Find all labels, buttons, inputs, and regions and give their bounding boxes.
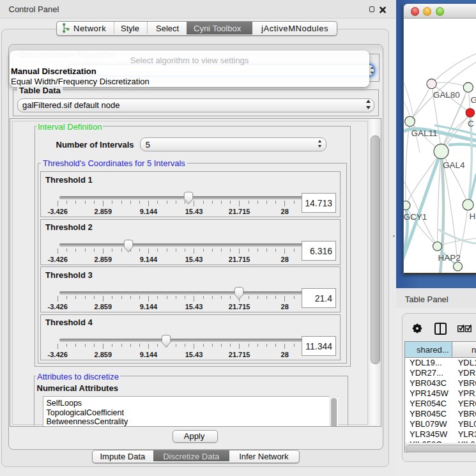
- svg-text:C: C: [468, 119, 474, 128]
- svg-text:HAP2: HAP2: [438, 252, 460, 262]
- svg-text:H: H: [469, 211, 475, 220]
- svg-text:GAL11: GAL11: [411, 128, 437, 138]
- svg-text:GA: GA: [470, 95, 476, 104]
- svg-text:GAL80: GAL80: [433, 89, 459, 99]
- svg-text:GAL4: GAL4: [442, 160, 464, 170]
- svg-text:GCY1: GCY1: [404, 212, 427, 222]
